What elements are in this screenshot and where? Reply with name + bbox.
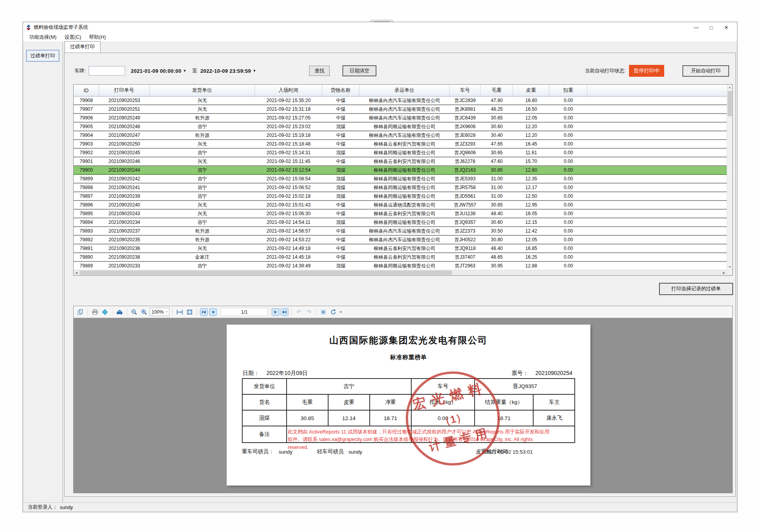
next-page-icon[interactable] xyxy=(272,308,279,316)
scroll-right-icon[interactable]: ▶ xyxy=(721,270,727,276)
table-cell: 中煤 xyxy=(322,105,359,113)
column-header[interactable]: 皮重 xyxy=(513,85,549,96)
column-header[interactable]: 车号 xyxy=(450,85,481,96)
table-row[interactable]: 79904202109020247乾升源2021-09-02 15:19:18中… xyxy=(74,131,727,140)
table-row[interactable]: 79896202109020240兴无2021-09-02 15:01:43中煤… xyxy=(74,201,727,210)
find-icon[interactable] xyxy=(115,308,124,316)
table-row[interactable]: 79906202109020249乾升源2021-09-02 15:27:05中… xyxy=(74,114,727,123)
table-cell: 2021-09-02 15:31:18 xyxy=(255,105,322,113)
fit-width-icon[interactable] xyxy=(175,308,184,316)
history-forward-icon[interactable]: ↷ xyxy=(304,308,313,316)
zoom-select[interactable]: 100%˅ xyxy=(150,308,169,316)
table-row[interactable]: 79897202109020239吉宁2021-09-02 15:02:18混煤… xyxy=(74,192,727,201)
table-cell: 混煤 xyxy=(322,192,359,200)
column-header[interactable]: 扣重 xyxy=(549,85,587,96)
scroll-left-icon[interactable]: ◀ xyxy=(74,270,79,276)
horizontal-scroll-thumb[interactable] xyxy=(80,271,452,275)
table-row[interactable]: 79891202109020236兴无2021-09-02 14:49:18中煤… xyxy=(74,244,727,253)
table-row[interactable]: 79893202109020237乾升源2021-09-02 14:56:57中… xyxy=(74,227,727,236)
print-icon[interactable] xyxy=(91,308,99,316)
table-cell: 2021-09-02 14:49:18 xyxy=(255,244,322,252)
table-cell: 30.60 xyxy=(481,218,513,226)
more-icon[interactable]: ▾ xyxy=(340,310,342,314)
chevron-down-icon[interactable]: ▼ xyxy=(183,69,186,73)
vertical-scroll-thumb[interactable] xyxy=(728,91,732,116)
column-header[interactable]: 入场时间 xyxy=(255,85,322,96)
maximize-button[interactable]: □ xyxy=(704,25,719,30)
table-row[interactable]: 79895202109020243兴无2021-09-02 15:06:30中煤… xyxy=(74,210,727,218)
menu-item[interactable]: 帮助(H) xyxy=(85,33,110,42)
menu-item[interactable]: 功能选择(M) xyxy=(25,33,61,42)
table-row[interactable]: 79894202109020234吉宁2021-09-02 14:54:11混煤… xyxy=(74,218,727,227)
scroll-up-icon[interactable]: ▲ xyxy=(727,85,732,90)
horizontal-scrollbar[interactable]: ◀ ▶ xyxy=(74,270,727,275)
table-cell: 202109020246 xyxy=(99,157,150,165)
find-button[interactable]: 查找 xyxy=(309,66,330,76)
sidebar-weighbridge-print-button[interactable]: 过磅单打印 xyxy=(26,50,59,62)
table-cell: 202109020235 xyxy=(99,236,150,244)
table-cell-filler xyxy=(587,114,727,122)
table-cell: 202109020241 xyxy=(99,184,150,191)
report-date-value: 2022年10月09日 xyxy=(266,370,308,377)
table-row[interactable]: 79908202109020253兴无2021-09-02 15:35:20中煤… xyxy=(74,97,727,105)
fit-page-icon[interactable] xyxy=(185,308,194,316)
copy-icon[interactable] xyxy=(76,308,85,316)
date-to-picker[interactable]: 2022-10-09 23:59:59 xyxy=(200,68,251,74)
column-header[interactable]: 货物名称 xyxy=(322,85,359,96)
table-cell: 0.00 xyxy=(549,105,587,113)
table-row[interactable]: 79902202109020245吉宁2021-09-02 15:14:31混煤… xyxy=(74,149,727,157)
print-selected-button[interactable]: 打印选择记录的过磅单 xyxy=(659,283,733,295)
auto-print-status-badge[interactable]: 暂停打印中 xyxy=(629,65,664,77)
minimize-button[interactable]: — xyxy=(689,25,704,30)
table-row[interactable]: 79899202109020242吉宁2021-09-02 15:08:54混煤… xyxy=(74,175,727,184)
close-button[interactable]: ✕ xyxy=(719,25,734,30)
table-cell: 202109020249 xyxy=(99,114,150,122)
prev-page-icon[interactable] xyxy=(209,308,217,316)
tab-weighbridge-print[interactable]: 过磅单打印 xyxy=(65,41,101,53)
start-auto-print-button[interactable]: 开始自动打印 xyxy=(682,65,729,77)
history-back-icon[interactable]: ↶ xyxy=(294,308,303,316)
scroll-down-icon[interactable]: ▼ xyxy=(727,264,732,270)
clear-dates-button[interactable]: 日期清空 xyxy=(342,65,376,76)
table-row[interactable]: 79901202109020246兴无2021-09-02 15:11:45中煤… xyxy=(74,157,727,166)
table-row[interactable]: 79898202109020241吉宁2021-09-02 15:06:52混煤… xyxy=(74,184,727,192)
table-cell: 79899 xyxy=(74,175,99,183)
column-header[interactable]: 承运单位 xyxy=(359,85,450,96)
date-from-picker[interactable]: 2021-01-09 00:00:00 xyxy=(131,68,181,74)
cancel-icon[interactable] xyxy=(319,308,328,316)
table-row[interactable]: 79889202109020233吉宁2021-09-02 14:39:49混煤… xyxy=(74,262,727,270)
column-header[interactable]: 打印单号 xyxy=(99,85,150,96)
zoom-in-icon[interactable] xyxy=(140,308,148,316)
column-header[interactable]: 发货单位 xyxy=(150,85,255,96)
table-cell: 79898 xyxy=(74,184,99,191)
table-cell: 晋JW7557 xyxy=(450,201,481,209)
last-page-icon[interactable] xyxy=(281,308,289,316)
menu-item[interactable]: 设置(C) xyxy=(61,33,85,42)
table-cell: 2021-09-02 15:12:54 xyxy=(255,166,322,174)
export-icon[interactable] xyxy=(101,308,109,316)
window-body: 过磅单打印 过磅单打印 车牌: 2021-01-09 00:00:00 ▼ 至 … xyxy=(23,42,737,502)
page-indicator[interactable]: 1/1 xyxy=(220,308,268,316)
vertical-scrollbar[interactable]: ▲ ▼ xyxy=(727,85,732,270)
table-row[interactable]: 79900202109020244吉宁2021-09-02 15:12:54混煤… xyxy=(74,166,727,175)
table-cell: 混煤 xyxy=(322,175,359,183)
table-cell: 晋JQ2163 xyxy=(450,166,481,174)
column-header[interactable]: 毛重 xyxy=(481,85,513,96)
records-table-header: ID打印单号发货单位入场时间货物名称承运单位车号毛重皮重扣重 xyxy=(74,85,732,97)
table-row[interactable]: 79903202109020250兴无2021-09-02 15:18:48中煤… xyxy=(74,140,727,149)
table-row[interactable]: 79890202109020238金家庄2021-09-02 14:45:18中… xyxy=(74,253,727,262)
column-header[interactable]: ID xyxy=(74,85,99,96)
table-cell: 中煤 xyxy=(322,210,359,218)
preview-area[interactable]: 山西国际能源集团宏光发电有限公司 标准称重榜单 日期： 2022年10月09日 … xyxy=(74,318,732,493)
table-cell: 晋JD5561 xyxy=(450,192,481,200)
table-cell: 31.00 xyxy=(481,175,513,183)
table-row[interactable]: 79905202109020248吉宁2021-09-02 15:23:02混煤… xyxy=(74,123,727,131)
table-row[interactable]: 79907202109020251兴无2021-09-02 15:31:18中煤… xyxy=(74,105,727,114)
plate-input[interactable] xyxy=(89,66,125,76)
zoom-out-icon[interactable] xyxy=(130,308,139,316)
refresh-icon[interactable] xyxy=(329,308,338,316)
chevron-down-icon[interactable]: ▼ xyxy=(253,69,256,73)
table-row[interactable]: 79892202109020235乾升源2021-09-02 14:53:22中… xyxy=(74,236,727,244)
first-page-icon[interactable] xyxy=(200,308,208,316)
window-title: 燃料验收现场监管子系统 xyxy=(34,24,88,31)
